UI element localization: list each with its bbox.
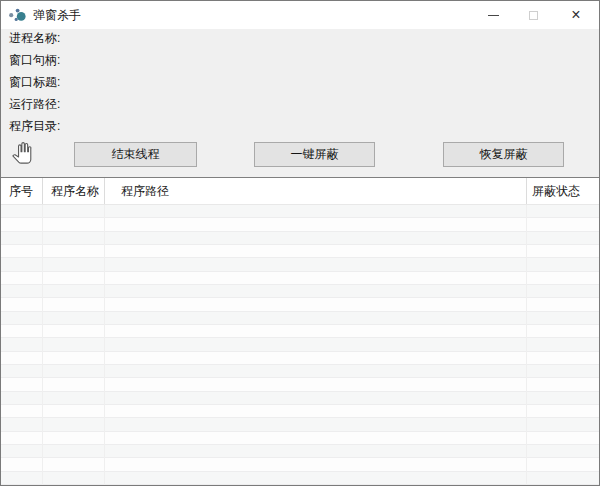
table-row bbox=[1, 325, 599, 338]
window-title: 弹窗杀手 bbox=[33, 7, 81, 24]
minimize-button[interactable] bbox=[473, 1, 513, 29]
table-row bbox=[1, 378, 599, 391]
title-bar[interactable]: 弹窗杀手 × bbox=[1, 1, 599, 29]
table-row bbox=[1, 405, 599, 418]
label-run-path: 运行路径: bbox=[9, 97, 60, 112]
table-row bbox=[1, 365, 599, 378]
table-row bbox=[1, 458, 599, 471]
close-button[interactable]: × bbox=[553, 1, 599, 29]
table-row bbox=[1, 218, 599, 231]
table-header: 序号 程序名称 程序路径 屏蔽状态 bbox=[1, 178, 599, 205]
column-separator bbox=[104, 205, 105, 485]
maximize-icon bbox=[529, 11, 538, 20]
caption-buttons: × bbox=[473, 1, 599, 29]
app-icon bbox=[8, 6, 28, 24]
table-row bbox=[1, 445, 599, 458]
process-table: 序号 程序名称 程序路径 屏蔽状态 bbox=[1, 177, 599, 486]
table-row bbox=[1, 258, 599, 271]
table-row bbox=[1, 472, 599, 485]
close-icon: × bbox=[571, 7, 580, 23]
table-row bbox=[1, 432, 599, 445]
table-row bbox=[1, 205, 599, 218]
table-row bbox=[1, 232, 599, 245]
table-row bbox=[1, 352, 599, 365]
hand-icon bbox=[10, 141, 34, 168]
block-all-button[interactable]: 一键屏蔽 bbox=[254, 142, 375, 167]
column-separator bbox=[526, 205, 527, 485]
label-process-name: 进程名称: bbox=[9, 31, 60, 46]
app-window: 弹窗杀手 × 进程名称: 窗口句柄: 窗口标题: 运行路径: 程序目录: 结束线… bbox=[0, 0, 600, 486]
table-row bbox=[1, 272, 599, 285]
table-row bbox=[1, 312, 599, 325]
maximize-button[interactable] bbox=[513, 1, 553, 29]
column-header-name[interactable]: 程序名称 bbox=[43, 178, 105, 204]
end-thread-button[interactable]: 结束线程 bbox=[74, 142, 197, 167]
table-row bbox=[1, 285, 599, 298]
table-row bbox=[1, 298, 599, 311]
table-row bbox=[1, 392, 599, 405]
restore-block-button[interactable]: 恢复屏蔽 bbox=[443, 142, 564, 167]
label-program-dir: 程序目录: bbox=[9, 119, 60, 134]
column-header-index[interactable]: 序号 bbox=[1, 178, 43, 204]
table-body[interactable] bbox=[1, 205, 599, 485]
minimize-icon bbox=[488, 15, 499, 16]
label-window-title: 窗口标题: bbox=[9, 75, 60, 90]
column-header-path[interactable]: 程序路径 bbox=[105, 178, 527, 204]
column-separator bbox=[42, 205, 43, 485]
table-row bbox=[1, 338, 599, 351]
table-row bbox=[1, 245, 599, 258]
table-row bbox=[1, 418, 599, 431]
hand-finder-tool[interactable] bbox=[10, 141, 36, 169]
column-header-status[interactable]: 屏蔽状态 bbox=[527, 178, 599, 204]
label-window-handle: 窗口句柄: bbox=[9, 53, 60, 68]
